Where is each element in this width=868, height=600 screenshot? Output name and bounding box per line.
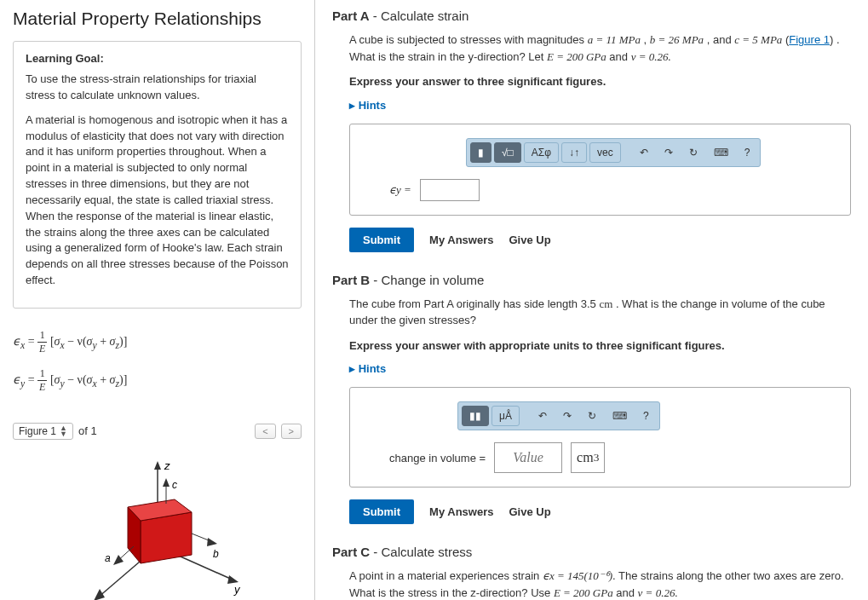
undo-icon[interactable]: ↶	[532, 406, 554, 426]
svg-text:y: y	[233, 583, 241, 596]
part-a-toolbar: ▮ √□ ΑΣφ ↓↑ vec ↶ ↷ ↻ ⌨ ?	[466, 138, 761, 167]
undo-icon[interactable]: ↶	[633, 142, 655, 163]
part-b-value-input[interactable]	[494, 442, 562, 473]
keyboard-icon[interactable]: ⌨	[707, 142, 735, 163]
figure-selector[interactable]: Figure 1 ▲▼	[13, 423, 73, 440]
part-b-submit-row: Submit My Answers Give Up	[349, 499, 851, 524]
left-panel: Material Property Relationships Learning…	[0, 0, 315, 600]
part-a-body: A cube is subjected to stresses with mag…	[332, 32, 851, 252]
part-b-express: Express your answer with appropriate uni…	[349, 338, 851, 355]
part-b-myanswers[interactable]: My Answers	[429, 505, 493, 518]
part-b-hints[interactable]: Hints	[349, 362, 386, 375]
reset-icon[interactable]: ↻	[682, 142, 704, 163]
reset-icon[interactable]: ↻	[581, 406, 603, 426]
part-b-title: - Change in volume	[373, 273, 484, 287]
part-c-label: Part C	[332, 545, 370, 559]
part-b-giveup[interactable]: Give Up	[509, 505, 550, 518]
part-a-myanswers[interactable]: My Answers	[429, 234, 493, 246]
goal-title: Learning Goal:	[26, 52, 289, 65]
figure-next-button[interactable]: >	[281, 424, 302, 439]
svg-marker-7	[94, 589, 105, 600]
part-a-input-row: ϵy =	[364, 179, 836, 201]
part-a-label: Part A	[332, 9, 370, 23]
part-a-prompt: A cube is subjected to stresses with mag…	[349, 32, 851, 65]
equation-ey: ϵy = 1E [σy − ν(σx + σz)]	[13, 367, 302, 394]
part-a-answer-input[interactable]	[420, 179, 480, 201]
part-c-prompt: A point in a material experiences strain…	[349, 568, 851, 600]
part-a-hints[interactable]: Hints	[349, 99, 386, 112]
equations: ϵx = 1E [σx − ν(σy + σz)] ϵy = 1E [σy − …	[13, 320, 302, 414]
template-icon[interactable]: ▮	[470, 142, 491, 163]
part-c-body: A point in a material experiences strain…	[332, 568, 851, 600]
vec-button[interactable]: vec	[589, 142, 621, 163]
updown-icon: ▲▼	[60, 425, 67, 437]
figure-prev-button[interactable]: <	[255, 424, 275, 439]
svg-text:z: z	[164, 459, 170, 472]
part-b-body: The cube from Part A originally has side…	[332, 296, 851, 525]
keyboard-icon[interactable]: ⌨	[606, 406, 634, 426]
svg-text:c: c	[172, 479, 177, 491]
part-a-header: Part A - Calculate strain	[332, 9, 851, 23]
part-b-input-row: change in volume = cm3	[364, 442, 836, 473]
part-b-toolbar: ▮▮ μÅ ↶ ↷ ↻ ⌨ ?	[457, 401, 660, 430]
greek-icon[interactable]: ΑΣφ	[524, 142, 559, 163]
part-b-answer-zone: ▮▮ μÅ ↶ ↷ ↻ ⌨ ? change in volume = cm3	[349, 387, 851, 488]
figure-nav: Figure 1 ▲▼ of 1 < >	[13, 423, 302, 440]
learning-goal-box: Learning Goal: To use the stress-strain …	[13, 41, 302, 309]
equation-ex: ϵx = 1E [σx − ν(σy + σz)]	[13, 329, 302, 355]
page-title: Material Property Relationships	[13, 9, 302, 29]
units-icon[interactable]: μÅ	[491, 406, 520, 426]
part-b-submit-button[interactable]: Submit	[349, 499, 414, 524]
part-a-submit-row: Submit My Answers Give Up	[349, 228, 851, 252]
svg-text:a: a	[105, 552, 111, 564]
part-a-input-label: ϵy =	[389, 183, 411, 197]
goal-text-2: A material is homogenous and isotropic w…	[26, 112, 289, 289]
svg-marker-1	[154, 461, 161, 470]
root-icon[interactable]: √□	[494, 142, 521, 163]
part-a-answer-zone: ▮ √□ ΑΣφ ↓↑ vec ↶ ↷ ↻ ⌨ ? ϵy =	[349, 124, 851, 216]
part-a-express: Express your answer to three significant…	[349, 73, 851, 90]
part-c-title: - Calculate stress	[373, 545, 472, 559]
figure-label: Figure 1	[19, 425, 56, 437]
part-a-submit-button[interactable]: Submit	[349, 228, 414, 252]
part-b-input-label: change in volume =	[389, 452, 486, 464]
figure-image: z y x c b a	[13, 448, 302, 600]
figure-link[interactable]: Figure 1	[789, 33, 830, 46]
subscript-icon[interactable]: ↓↑	[561, 142, 587, 163]
part-a-giveup[interactable]: Give Up	[509, 234, 550, 246]
goal-text-1: To use the stress-strain relationships f…	[26, 72, 289, 104]
part-c-header: Part C - Calculate stress	[332, 545, 851, 559]
part-b-prompt: The cube from Part A originally has side…	[349, 296, 851, 329]
help-icon[interactable]: ?	[636, 406, 656, 426]
part-a-title: - Calculate strain	[373, 9, 469, 23]
svg-text:b: b	[213, 548, 219, 560]
redo-icon[interactable]: ↷	[556, 406, 578, 426]
part-b-label: Part B	[332, 273, 370, 287]
right-panel: Part A - Calculate strain A cube is subj…	[315, 0, 868, 600]
help-icon[interactable]: ?	[738, 142, 757, 163]
redo-icon[interactable]: ↷	[658, 142, 680, 163]
template-icon[interactable]: ▮▮	[462, 406, 489, 426]
svg-marker-13	[163, 478, 170, 487]
figure-of: of 1	[78, 424, 97, 437]
svg-marker-16	[207, 538, 217, 546]
part-b-unit-box[interactable]: cm3	[571, 442, 605, 473]
part-b-header: Part B - Change in volume	[332, 273, 851, 287]
